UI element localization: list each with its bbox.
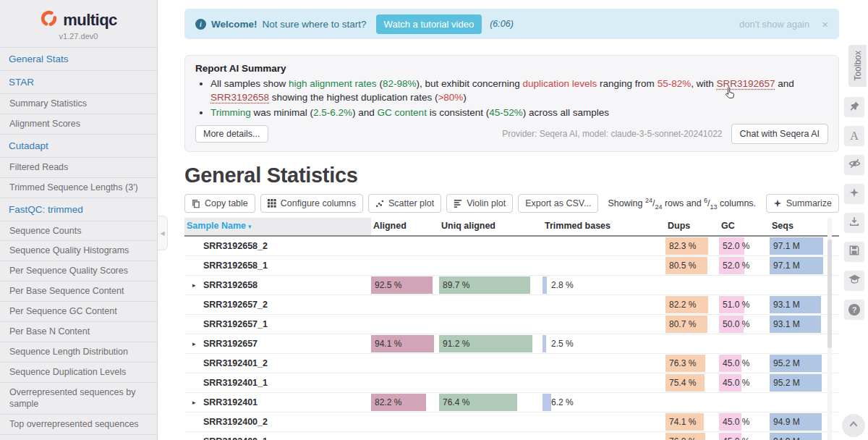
ai-summary-bullet: All samples show high alignment rates (8… — [210, 77, 828, 104]
aligned-cell — [371, 432, 439, 440]
more-details-button[interactable]: More details... — [195, 125, 268, 143]
table-scrollbar[interactable] — [827, 218, 832, 440]
save-button[interactable] — [844, 242, 864, 262]
ai-button[interactable] — [844, 184, 864, 204]
sample-name-cell[interactable]: ▸SRR3192401 — [184, 393, 371, 412]
sample-name-cell[interactable]: SRR3192657_2 — [184, 295, 371, 314]
summarize-button[interactable]: Summarize — [766, 194, 839, 213]
export-as-csv-button[interactable]: Export as CSV... — [518, 194, 598, 213]
gc-value: 52.0 % — [719, 261, 749, 271]
hide-samples-icon — [848, 158, 861, 172]
uniq-cell — [439, 373, 542, 392]
sample-name-cell[interactable]: SRR3192658_2 — [184, 237, 371, 255]
uniq-cell — [439, 432, 542, 440]
column-header-aligned[interactable]: Aligned — [371, 218, 439, 235]
expand-row-icon[interactable]: ▸ — [192, 334, 196, 353]
violin-plot-button[interactable]: Violin plot — [446, 194, 513, 213]
sidebar-item-overrepresented-sequences-by-sample[interactable]: Overrepresented sequences by sample — [0, 382, 157, 415]
sidebar-item-per-sequence-gc-content[interactable]: Per Sequence GC Content — [0, 301, 157, 321]
sample-name: SRR3192657_2 — [203, 300, 268, 310]
ai-summary-title: Report AI Summary — [195, 63, 828, 74]
sidebar-item-sequence-counts[interactable]: Sequence Counts — [0, 221, 157, 241]
sidebar-item-per-sequence-quality-scores[interactable]: Per Sequence Quality Scores — [0, 261, 157, 281]
sidebar-item-summary-statistics[interactable]: Summary Statistics — [0, 93, 157, 114]
button-label: Copy table — [205, 198, 248, 208]
chat-with-seqera-button[interactable]: Chat with Seqera AI — [731, 124, 828, 144]
sidebar-item-sequence-quality-histograms[interactable]: Sequence Quality Histograms — [0, 240, 157, 261]
sample-name-cell[interactable]: SRR3192400_2 — [184, 412, 371, 431]
sidebar-item-alignment-scores[interactable]: Alignment Scores — [0, 114, 157, 134]
sample-link[interactable]: SRR3192657 — [716, 78, 775, 89]
download-button[interactable] — [844, 213, 864, 233]
sample-name-cell[interactable]: ▸SRR3192658 — [184, 276, 371, 295]
sidebar-item-fastqc-trimmed[interactable]: FastQC: trimmed — [0, 198, 157, 221]
sidebar-item-per-base-sequence-content[interactable]: Per Base Sequence Content — [0, 281, 157, 301]
expand-row-icon[interactable]: ▸ — [192, 276, 196, 295]
rows-shown: 24 — [645, 197, 652, 204]
sample-name-cell[interactable]: SRR3192401_1 — [184, 373, 371, 392]
sidebar-item-filtered-reads[interactable]: Filtered Reads — [0, 157, 157, 177]
copy-table-button[interactable]: Copy table — [184, 194, 255, 213]
chevron-up-icon — [848, 418, 859, 433]
pin-icon — [849, 101, 860, 114]
sample-name-cell[interactable]: SRR3192401_2 — [184, 354, 371, 373]
trimmed-cell — [542, 373, 665, 392]
sidebar-collapse-handle[interactable]: ◀ — [158, 216, 168, 250]
hide-samples-button[interactable] — [844, 155, 864, 175]
sample-name: SRR3192658_2 — [203, 241, 268, 251]
aligned-cell: 82.2 % — [371, 393, 439, 412]
sample-link[interactable]: SRR3192658 — [210, 92, 269, 103]
sidebar-item-sequence-duplication-levels[interactable]: Sequence Duplication Levels — [0, 362, 157, 382]
help-icon: ? — [848, 304, 860, 316]
toolbox-tab[interactable]: Toolbox — [848, 45, 867, 87]
column-header-sample-name[interactable]: Sample Name▾ — [184, 218, 371, 235]
trimmed-value: 2.5 % — [542, 339, 574, 349]
sample-name-cell[interactable]: SRR3192658_1 — [184, 256, 371, 275]
sample-name-cell[interactable]: SRR3192400_1 — [184, 432, 371, 440]
multiqc-logo-icon — [40, 9, 58, 30]
expand-row-icon[interactable]: ▸ — [192, 393, 196, 412]
tutorial-button[interactable] — [844, 271, 864, 291]
sidebar-item-star[interactable]: STAR — [0, 70, 157, 93]
column-header-uniq-aligned[interactable]: Uniq aligned — [439, 218, 542, 235]
sidebar-item-cutadapt[interactable]: Cutadapt — [0, 134, 157, 157]
table-row: ▸SRR319265892.5 %89.7 %2.8 % — [184, 276, 839, 295]
sidebar-item-per-base-n-content[interactable]: Per Base N Content — [0, 321, 157, 342]
summary-text-segment: Trimming — [210, 107, 251, 118]
sample-name-cell[interactable]: ▸SRR3192657 — [184, 334, 371, 353]
version-label: v1.27.dev0 — [0, 32, 157, 47]
scatter-plot-button[interactable]: Scatter plot — [368, 194, 441, 213]
summary-text-segment: 55-82% — [658, 78, 692, 89]
seqs-value: 95.2 M — [770, 378, 800, 388]
page-title: General Statistics — [184, 164, 839, 187]
dups-value: 75.4 % — [665, 378, 696, 388]
configure-columns-button[interactable]: Configure columns — [260, 194, 363, 213]
highlight-samples-button[interactable]: A — [844, 126, 864, 146]
summary-text-segment: is consistent ( — [427, 107, 489, 118]
gc-cell: 52.0 % — [719, 256, 770, 275]
welcome-text: Not sure where to start? — [263, 19, 367, 30]
sample-name-cell[interactable]: SRR3192657_1 — [184, 315, 371, 334]
save-icon — [849, 245, 859, 258]
column-header-seqs[interactable]: Seqs — [770, 218, 826, 235]
summary-text-segment: All samples show — [210, 78, 289, 89]
pin-button[interactable] — [844, 97, 864, 117]
column-header-gc[interactable]: GC — [719, 218, 770, 235]
column-header-dups[interactable]: Dups — [665, 218, 719, 235]
sidebar-item-general-stats[interactable]: General Stats — [0, 47, 157, 70]
sidebar-item-adapter-content[interactable]: Adapter Content — [0, 434, 157, 440]
trimmed-cell — [542, 237, 665, 255]
sidebar-item-sequence-length-distribution[interactable]: Sequence Length Distribution — [0, 342, 157, 362]
multiqc-logo[interactable]: multiqc — [0, 0, 157, 30]
close-icon[interactable]: × — [822, 18, 828, 30]
gc-value: 45.0 % — [719, 417, 749, 427]
sidebar-item-trimmed-sequence-lengths-3[interactable]: Trimmed Sequence Lengths (3') — [0, 177, 157, 198]
scroll-to-top-button[interactable] — [842, 414, 865, 437]
summary-text-segment: GC content — [378, 107, 427, 118]
trimmed-cell — [542, 295, 665, 314]
help-button[interactable]: ? — [844, 300, 864, 320]
watch-tutorial-button[interactable]: Watch a tutorial video — [376, 14, 482, 34]
column-header-trimmed-bases[interactable]: Trimmed bases — [542, 218, 665, 235]
dont-show-again-link[interactable]: don't show again — [739, 19, 809, 30]
sidebar-item-top-overrepresented-sequences[interactable]: Top overrepresented sequences — [0, 414, 157, 434]
